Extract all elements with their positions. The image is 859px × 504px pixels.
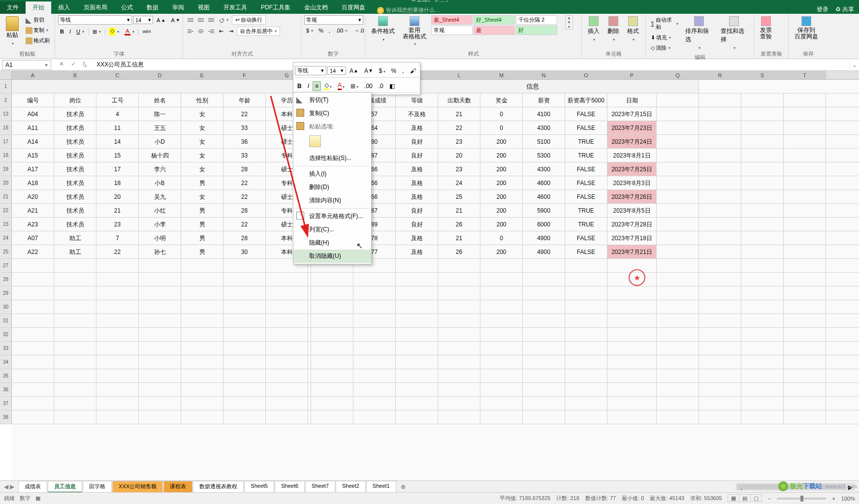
mini-eraser[interactable]: ◧ [387, 81, 397, 91]
empty-cell[interactable] [311, 369, 353, 382]
empty-cell[interactable] [181, 300, 223, 314]
table-cell[interactable]: 0 [480, 231, 523, 245]
mini-accounting[interactable]: $ [377, 66, 388, 76]
table-cell[interactable]: 23 [438, 162, 480, 176]
table-cell[interactable]: 200 [480, 218, 523, 231]
empty-cell[interactable] [565, 355, 607, 369]
mini-dec-dec[interactable]: .0 [376, 81, 386, 91]
table-cell[interactable]: 4100 [523, 107, 565, 121]
empty-cell[interactable] [657, 94, 699, 107]
empty-cell[interactable] [438, 410, 480, 424]
table-cell[interactable]: A11 [12, 121, 54, 134]
table-header-cell[interactable]: 姓名 [139, 94, 181, 107]
table-cell[interactable]: TRUE [565, 149, 607, 162]
empty-cell[interactable] [657, 397, 699, 410]
empty-cell[interactable] [266, 383, 308, 396]
sheet-tab[interactable]: 数据透视表教程 [193, 481, 244, 493]
empty-cell[interactable] [96, 328, 139, 341]
empty-cell[interactable] [523, 314, 565, 327]
empty-cell[interactable] [657, 149, 699, 162]
table-cell[interactable]: 技术员 [54, 204, 96, 217]
empty-cell[interactable] [607, 300, 657, 314]
empty-cell[interactable] [480, 397, 523, 410]
align-bottom-button[interactable] [207, 16, 216, 24]
table-cell[interactable]: 6000 [523, 218, 565, 231]
table-cell[interactable]: 技术员 [54, 107, 96, 121]
empty-cell[interactable] [54, 342, 96, 355]
table-cell[interactable]: 2023年7月15日 [607, 107, 657, 121]
font-color-button[interactable]: A [123, 27, 136, 36]
empty-cell[interactable] [565, 328, 607, 341]
empty-cell[interactable] [607, 383, 657, 396]
empty-cell[interactable] [223, 397, 266, 410]
empty-cell[interactable] [565, 259, 607, 272]
empty-cell[interactable] [741, 369, 784, 382]
empty-cell[interactable] [565, 369, 607, 382]
empty-cell[interactable] [699, 273, 741, 286]
empty-cell[interactable] [438, 273, 480, 286]
empty-cell[interactable] [139, 328, 181, 341]
row-header[interactable]: 35 [0, 369, 12, 382]
table-cell[interactable]: FALSE [565, 121, 607, 134]
empty-cell[interactable] [741, 107, 784, 121]
empty-cell[interactable] [741, 286, 784, 300]
shrink-font-button[interactable]: A▼ [169, 16, 182, 24]
table-cell[interactable]: 助工 [54, 245, 96, 258]
name-box[interactable]: A1▾ [2, 60, 51, 70]
table-cell[interactable]: 200 [480, 135, 523, 148]
empty-cell[interactable] [12, 342, 54, 355]
table-cell[interactable]: 200 [480, 162, 523, 176]
table-cell[interactable]: A15 [12, 149, 54, 162]
table-cell[interactable]: 男 [181, 176, 223, 189]
table-cell[interactable]: A21 [12, 204, 54, 217]
sheet-tab[interactable]: Sheet6 [275, 481, 305, 493]
empty-cell[interactable] [139, 369, 181, 382]
table-cell[interactable]: 2023年7月21日 [607, 245, 657, 258]
empty-cell[interactable] [181, 273, 223, 286]
empty-cell[interactable] [784, 121, 826, 134]
empty-cell[interactable] [438, 300, 480, 314]
table-cell[interactable]: 2023年7月25日 [607, 162, 657, 176]
empty-cell[interactable] [396, 355, 438, 369]
table-cell[interactable]: 小李 [139, 218, 181, 231]
empty-cell[interactable] [741, 94, 784, 107]
style-bad-sheet4[interactable]: 差_Sheet4 [431, 15, 473, 25]
empty-cell[interactable] [699, 245, 741, 258]
empty-cell[interactable] [784, 149, 826, 162]
table-cell[interactable]: 0 [480, 121, 523, 134]
empty-cell[interactable] [396, 410, 438, 424]
table-cell[interactable]: 良好 [396, 204, 438, 217]
table-cell[interactable]: 28 [223, 231, 266, 245]
table-cell[interactable]: 及格 [396, 231, 438, 245]
empty-cell[interactable] [784, 190, 826, 203]
table-cell[interactable]: 女 [181, 121, 223, 134]
empty-cell[interactable] [741, 342, 784, 355]
accept-formula-button[interactable]: ✓ [68, 60, 79, 69]
empty-cell[interactable] [657, 190, 699, 203]
table-header-cell[interactable]: 年龄 [223, 94, 266, 107]
bold-button[interactable]: B [58, 28, 66, 35]
row-header[interactable]: 25 [0, 245, 12, 258]
empty-cell[interactable] [266, 286, 308, 300]
merge-center-button[interactable]: ⊟ 合并后居中 [237, 27, 280, 36]
row-header[interactable]: 36 [0, 383, 12, 396]
row-header[interactable]: 37 [0, 397, 12, 410]
empty-cell[interactable] [12, 369, 54, 382]
style-good[interactable]: 好 [516, 26, 557, 35]
empty-cell[interactable] [353, 300, 396, 314]
table-cell[interactable]: 200 [480, 190, 523, 203]
phonetic-button[interactable]: wén [141, 28, 153, 35]
empty-cell[interactable] [699, 176, 741, 189]
table-cell[interactable]: 4600 [523, 190, 565, 203]
table-header-cell[interactable]: 薪资高于5000 [565, 94, 607, 107]
table-cell[interactable]: 小B [139, 176, 181, 189]
empty-cell[interactable] [396, 314, 438, 327]
row-header[interactable]: 34 [0, 355, 12, 369]
zoom-in[interactable]: + [832, 496, 835, 502]
view-buttons[interactable]: ▦▤▢ [728, 495, 762, 502]
table-cell[interactable]: 孙七 [139, 245, 181, 258]
empty-cell[interactable] [523, 369, 565, 382]
empty-cell[interactable] [657, 135, 699, 148]
col-header-F[interactable]: F [223, 71, 266, 79]
empty-cell[interactable] [699, 190, 741, 203]
